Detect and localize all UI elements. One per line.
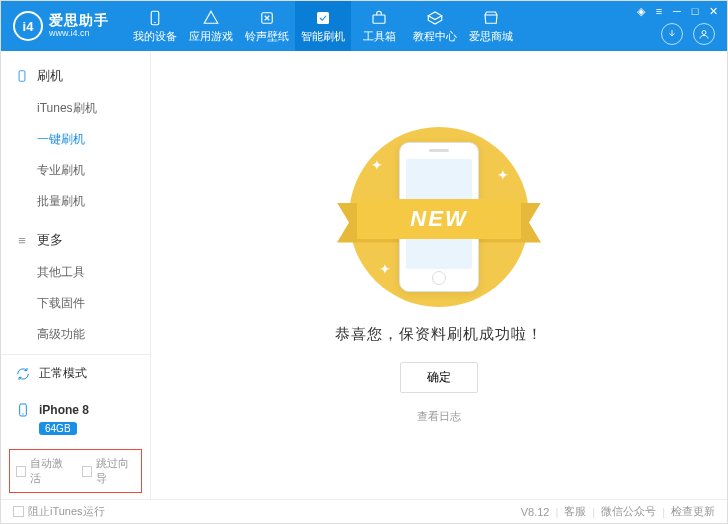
checkbox-icon	[13, 506, 24, 517]
sparkle-icon: ✦	[379, 261, 391, 277]
auto-activate-checkbox[interactable]: 自动激活	[16, 456, 70, 486]
nav-toolbox[interactable]: 工具箱	[351, 1, 407, 51]
toolbox-icon	[370, 9, 388, 27]
sidebar-header-label: 刷机	[37, 67, 63, 85]
sidebar: 刷机 iTunes刷机 一键刷机 专业刷机 批量刷机 ≡ 更多 其他工具 下载固…	[1, 51, 151, 499]
download-button[interactable]	[661, 23, 683, 45]
sparkle-icon: ✦	[497, 167, 509, 183]
top-nav: 我的设备 应用游戏 铃声壁纸 智能刷机 工具箱 教程中心 爱思商城	[127, 1, 519, 51]
sidebar-item-one-click-flash[interactable]: 一键刷机	[1, 124, 150, 155]
apps-icon	[202, 9, 220, 27]
support-link[interactable]: 客服	[564, 504, 586, 519]
confirm-button[interactable]: 确定	[400, 362, 478, 393]
app-subtitle: www.i4.cn	[49, 29, 109, 39]
storage-badge: 64GB	[39, 422, 77, 435]
nav-ringtone[interactable]: 铃声壁纸	[239, 1, 295, 51]
nav-tutorial[interactable]: 教程中心	[407, 1, 463, 51]
app-title: 爱思助手	[49, 13, 109, 28]
nav-label: 教程中心	[413, 29, 457, 44]
nav-label: 铃声壁纸	[245, 29, 289, 44]
checkbox-icon	[16, 466, 26, 477]
sidebar-header-flash[interactable]: 刷机	[1, 59, 150, 93]
checkbox-icon	[82, 466, 92, 477]
window-controls: ◈ ≡ ─ □ ✕	[635, 5, 719, 17]
svg-rect-6	[19, 71, 25, 82]
ringtone-icon	[258, 9, 276, 27]
sidebar-item-itunes-flash[interactable]: iTunes刷机	[1, 93, 150, 124]
maximize-icon[interactable]: □	[689, 5, 701, 17]
svg-point-5	[702, 31, 706, 35]
phone-icon	[15, 69, 29, 83]
new-ribbon: NEW	[357, 199, 521, 239]
sidebar-header-more[interactable]: ≡ 更多	[1, 223, 150, 257]
nav-label: 工具箱	[363, 29, 396, 44]
tutorial-icon	[426, 9, 444, 27]
account-button[interactable]	[693, 23, 715, 45]
device-name: iPhone 8	[39, 403, 89, 417]
logo-icon: i4	[13, 11, 43, 41]
logo[interactable]: i4 爱思助手 www.i4.cn	[13, 11, 109, 41]
list-icon: ≡	[15, 233, 29, 247]
app-header: i4 爱思助手 www.i4.cn 我的设备 应用游戏 铃声壁纸 智能刷机 工具…	[1, 1, 727, 51]
sidebar-item-advanced[interactable]: 高级功能	[1, 319, 150, 350]
nav-my-device[interactable]: 我的设备	[127, 1, 183, 51]
footer: 阻止iTunes运行 V8.12 | 客服 | 微信公众号 | 检查更新	[1, 499, 727, 523]
nav-label: 智能刷机	[301, 29, 345, 44]
refresh-icon	[15, 366, 31, 382]
skin-icon[interactable]: ◈	[635, 5, 647, 17]
sidebar-item-batch-flash[interactable]: 批量刷机	[1, 186, 150, 217]
mode-row[interactable]: 正常模式	[1, 355, 150, 392]
phone-icon	[146, 9, 164, 27]
flash-icon	[314, 9, 332, 27]
menu-icon[interactable]: ≡	[653, 5, 665, 17]
wechat-link[interactable]: 微信公众号	[601, 504, 656, 519]
update-link[interactable]: 检查更新	[671, 504, 715, 519]
version-label: V8.12	[521, 506, 550, 518]
main-content: NEW ✦ ✦ ✦ 恭喜您，保资料刷机成功啦！ 确定 查看日志	[151, 51, 727, 499]
nav-apps[interactable]: 应用游戏	[183, 1, 239, 51]
minimize-icon[interactable]: ─	[671, 5, 683, 17]
mode-label: 正常模式	[39, 365, 87, 382]
nav-flash[interactable]: 智能刷机	[295, 1, 351, 51]
svg-rect-3	[317, 12, 329, 24]
nav-label: 爱思商城	[469, 29, 513, 44]
sparkle-icon: ✦	[371, 157, 383, 173]
device-icon	[15, 402, 31, 418]
checkbox-label: 自动激活	[30, 456, 69, 486]
sidebar-item-download-firmware[interactable]: 下载固件	[1, 288, 150, 319]
sidebar-header-label: 更多	[37, 231, 63, 249]
sidebar-item-pro-flash[interactable]: 专业刷机	[1, 155, 150, 186]
svg-rect-4	[373, 15, 385, 23]
skip-guide-checkbox[interactable]: 跳过向导	[82, 456, 136, 486]
checkbox-label: 跳过向导	[96, 456, 135, 486]
nav-store[interactable]: 爱思商城	[463, 1, 519, 51]
success-illustration: NEW ✦ ✦ ✦	[349, 127, 529, 307]
view-log-link[interactable]: 查看日志	[417, 409, 461, 424]
options-row: 自动激活 跳过向导	[9, 449, 142, 493]
close-icon[interactable]: ✕	[707, 5, 719, 17]
nav-label: 应用游戏	[189, 29, 233, 44]
sidebar-item-other-tools[interactable]: 其他工具	[1, 257, 150, 288]
block-itunes-checkbox[interactable]: 阻止iTunes运行	[13, 504, 105, 519]
store-icon	[482, 9, 500, 27]
checkbox-label: 阻止iTunes运行	[28, 504, 105, 519]
success-message: 恭喜您，保资料刷机成功啦！	[335, 325, 543, 344]
nav-label: 我的设备	[133, 29, 177, 44]
device-row[interactable]: iPhone 8 64GB	[1, 392, 150, 445]
